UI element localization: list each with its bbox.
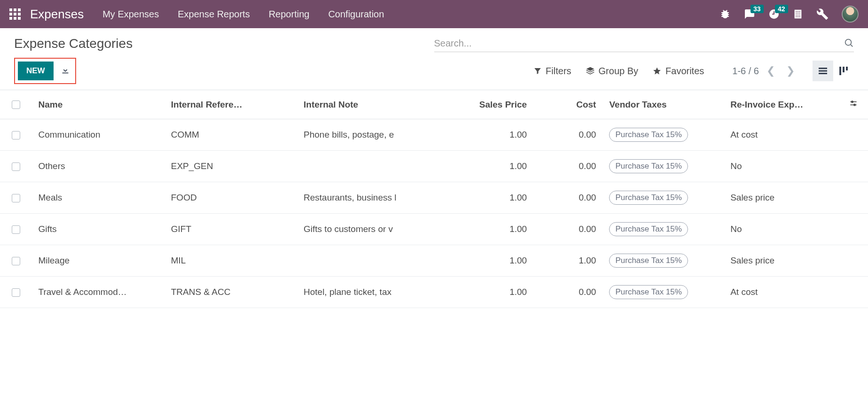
table-row[interactable]: CommunicationCOMMPhone bills, postage, e… — [0, 119, 868, 151]
import-icon[interactable] — [60, 65, 70, 77]
groupby-button[interactable]: Group By — [586, 66, 638, 77]
cell-cost: 0.00 — [533, 151, 602, 182]
search-icon[interactable] — [844, 38, 854, 50]
col-ref[interactable]: Internal Refere… — [164, 90, 297, 119]
table-row[interactable]: GiftsGIFTGifts to customers or v1.000.00… — [0, 214, 868, 245]
cell-name: Mileage — [31, 245, 164, 277]
cell-name: Communication — [31, 119, 164, 151]
cell-sales: 1.00 — [447, 277, 533, 308]
cell-name: Gifts — [31, 214, 164, 245]
row-checkbox[interactable] — [12, 194, 20, 202]
cell-ref: FOOD — [164, 182, 297, 214]
cell-ref: GIFT — [164, 214, 297, 245]
cell-tax: Purchase Tax 15% — [602, 245, 724, 277]
debug-icon[interactable] — [719, 8, 731, 20]
tools-icon[interactable] — [816, 8, 829, 20]
table-row[interactable]: MealsFOODRestaurants, business l1.000.00… — [0, 182, 868, 214]
cell-tax: Purchase Tax 15% — [602, 277, 724, 308]
breadcrumb: Expense Categories — [14, 36, 434, 51]
cell-sales: 1.00 — [447, 214, 533, 245]
cell-name: Travel & Accommod… — [31, 277, 164, 308]
menu-expense-reports[interactable]: Expense Reports — [178, 9, 250, 20]
cell-sales: 1.00 — [447, 182, 533, 214]
menu-reporting[interactable]: Reporting — [269, 9, 310, 20]
cell-cost: 0.00 — [533, 277, 602, 308]
cell-ref: COMM — [164, 119, 297, 151]
cell-note — [297, 245, 447, 277]
col-cost[interactable]: Cost — [533, 90, 602, 119]
row-checkbox[interactable] — [12, 131, 20, 139]
table-row[interactable]: MileageMIL1.001.00Purchase Tax 15%Sales … — [0, 245, 868, 277]
favorites-button[interactable]: Favorites — [652, 66, 704, 77]
cell-note: Gifts to customers or v — [297, 214, 447, 245]
svg-point-3 — [852, 101, 853, 102]
building-icon[interactable] — [793, 9, 803, 19]
table-row[interactable]: OthersEXP_GEN1.000.00Purchase Tax 15%No — [0, 151, 868, 182]
col-sales[interactable]: Sales Price — [447, 90, 533, 119]
cell-cost: 0.00 — [533, 214, 602, 245]
menu-configuration[interactable]: Configuration — [328, 9, 384, 20]
filters-button[interactable]: Filters — [533, 66, 571, 77]
cell-cost: 0.00 — [533, 182, 602, 214]
view-switcher — [813, 61, 854, 81]
svg-point-0 — [845, 39, 852, 45]
messages-icon[interactable]: 33 — [744, 8, 755, 20]
col-reinvoice[interactable]: Re-Invoice Exp… — [724, 90, 839, 119]
cell-tax: Purchase Tax 15% — [602, 214, 724, 245]
cell-reinvoice: At cost — [724, 119, 839, 151]
tax-tag[interactable]: Purchase Tax 15% — [609, 222, 688, 236]
row-checkbox[interactable] — [12, 225, 20, 234]
filter-group: Filters Group By Favorites — [533, 66, 704, 77]
navbar: Expenses My Expenses Expense Reports Rep… — [0, 0, 868, 28]
tax-tag[interactable]: Purchase Tax 15% — [609, 285, 688, 299]
tax-tag[interactable]: Purchase Tax 15% — [609, 128, 688, 142]
app-brand[interactable]: Expenses — [30, 7, 84, 22]
list-view: Name Internal Refere… Internal Note Sale… — [0, 90, 868, 308]
col-vendor[interactable]: Vendor Taxes — [602, 90, 724, 119]
cell-name: Meals — [31, 182, 164, 214]
pager-next[interactable]: ❯ — [782, 63, 798, 79]
view-kanban-button[interactable] — [833, 61, 854, 81]
categories-table: Name Internal Refere… Internal Note Sale… — [0, 90, 868, 308]
table-row[interactable]: Travel & Accommod…TRANS & ACCHotel, plan… — [0, 277, 868, 308]
row-checkbox[interactable] — [12, 257, 20, 265]
view-list-button[interactable] — [813, 61, 833, 81]
cell-sales: 1.00 — [447, 119, 533, 151]
select-all-checkbox[interactable] — [12, 100, 20, 109]
svg-line-1 — [851, 45, 852, 46]
activities-icon[interactable]: 42 — [768, 8, 780, 20]
row-checkbox[interactable] — [12, 162, 20, 171]
apps-icon[interactable] — [9, 8, 21, 20]
search-input[interactable] — [434, 35, 840, 52]
menu-my-expenses[interactable]: My Expenses — [102, 9, 159, 20]
tax-tag[interactable]: Purchase Tax 15% — [609, 254, 688, 268]
pager: 1-6 / 6 ❮ ❯ — [732, 63, 798, 79]
cell-note — [297, 151, 447, 182]
cell-cost: 0.00 — [533, 119, 602, 151]
cell-tax: Purchase Tax 15% — [602, 151, 724, 182]
col-name[interactable]: Name — [31, 90, 164, 119]
row-checkbox[interactable] — [12, 288, 20, 297]
cell-note: Hotel, plane ticket, tax — [297, 277, 447, 308]
column-options-icon[interactable] — [849, 100, 858, 110]
cell-reinvoice: Sales price — [724, 182, 839, 214]
col-note[interactable]: Internal Note — [297, 90, 447, 119]
cell-ref: TRANS & ACC — [164, 277, 297, 308]
cell-ref: MIL — [164, 245, 297, 277]
activities-badge: 42 — [775, 5, 788, 13]
new-button[interactable]: NEW — [18, 62, 54, 80]
cell-reinvoice: Sales price — [724, 245, 839, 277]
pager-range[interactable]: 1-6 / 6 — [732, 66, 759, 77]
tax-tag[interactable]: Purchase Tax 15% — [609, 191, 688, 205]
cell-reinvoice: At cost — [724, 277, 839, 308]
groupby-label: Group By — [599, 66, 638, 77]
cell-cost: 1.00 — [533, 245, 602, 277]
highlight-new-import: NEW — [14, 58, 76, 84]
cell-sales: 1.00 — [447, 245, 533, 277]
pager-prev[interactable]: ❮ — [763, 63, 779, 79]
cell-sales: 1.00 — [447, 151, 533, 182]
tax-tag[interactable]: Purchase Tax 15% — [609, 159, 688, 173]
svg-point-5 — [854, 104, 855, 106]
cell-ref: EXP_GEN — [164, 151, 297, 182]
avatar[interactable] — [842, 6, 859, 23]
